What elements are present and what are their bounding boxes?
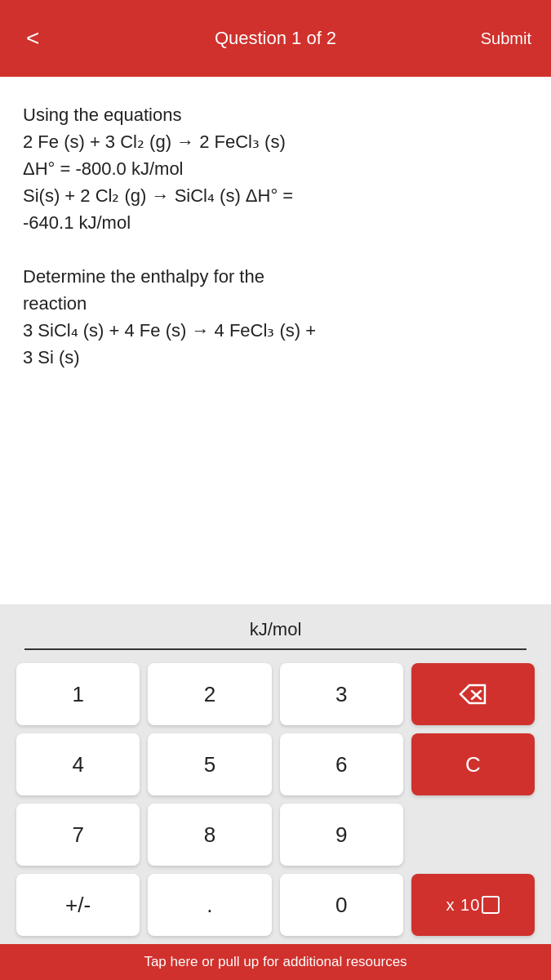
question-line-9: 3 SiCl₄ (s) + 4 Fe (s) → 4 FeCl₃ (s) + <box>23 317 528 344</box>
question-line-3: ΔH° = -800.0 kJ/mol <box>23 155 528 182</box>
calculator-area: kJ/mol 1 2 3 4 5 6 C 7 8 9 +/- . 0 x 10 <box>0 604 551 944</box>
x10-label: x 10 <box>446 896 480 915</box>
question-line-8: reaction <box>23 290 528 317</box>
question-area: Using the equations 2 Fe (s) + 3 Cl₂ (g)… <box>0 77 551 387</box>
empty-cell-r3 <box>411 804 535 866</box>
key-plusminus[interactable]: +/- <box>16 874 140 936</box>
question-line-1: Using the equations <box>23 101 528 128</box>
key-6[interactable]: 6 <box>280 733 403 795</box>
submit-button[interactable]: Submit <box>481 29 531 48</box>
key-3[interactable]: 3 <box>280 663 403 725</box>
question-text: Using the equations 2 Fe (s) + 3 Cl₂ (g)… <box>23 101 528 371</box>
keypad: 1 2 3 4 5 6 C 7 8 9 +/- . 0 x 10 <box>0 650 551 944</box>
header: < Question 1 of 2 Submit <box>0 0 551 77</box>
x10-button[interactable]: x 10 <box>411 874 535 936</box>
question-title: Question 1 of 2 <box>215 28 336 49</box>
question-line-4: Si(s) + 2 Cl₂ (g) → SiCl₄ (s) ΔH° = <box>23 182 528 209</box>
question-line-10: 3 Si (s) <box>23 344 528 371</box>
key-0[interactable]: 0 <box>280 874 403 936</box>
key-7[interactable]: 7 <box>16 804 140 866</box>
key-8[interactable]: 8 <box>148 804 271 866</box>
unit-display: kJ/mol <box>24 604 527 650</box>
question-line-7: Determine the enthalpy for the <box>23 263 528 290</box>
key-2[interactable]: 2 <box>148 663 271 725</box>
key-5[interactable]: 5 <box>148 733 271 795</box>
question-line-5: -640.1 kJ/mol <box>23 209 528 236</box>
backspace-button[interactable] <box>411 663 535 725</box>
backspace-icon <box>459 684 487 705</box>
question-line-2: 2 Fe (s) + 3 Cl₂ (g) → 2 FeCl₃ (s) <box>23 128 528 155</box>
key-4[interactable]: 4 <box>16 733 140 795</box>
bottom-bar-text: Tap here or pull up for additional resou… <box>144 954 407 970</box>
key-decimal[interactable]: . <box>148 874 271 936</box>
key-9[interactable]: 9 <box>280 804 403 866</box>
x10-exponent-box <box>482 896 500 914</box>
key-1[interactable]: 1 <box>16 663 140 725</box>
bottom-bar[interactable]: Tap here or pull up for additional resou… <box>0 944 551 980</box>
clear-button[interactable]: C <box>411 733 535 795</box>
back-button[interactable]: < <box>20 20 46 56</box>
